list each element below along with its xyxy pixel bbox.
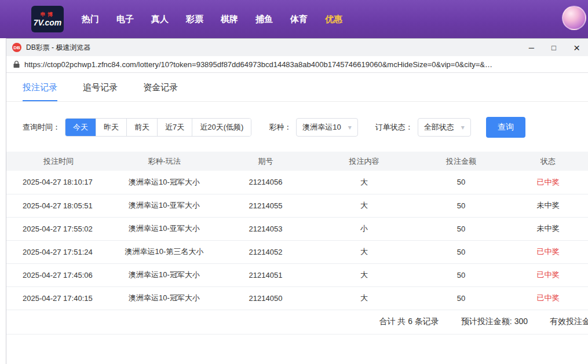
cell-content: 大: [313, 171, 415, 194]
nav-item-lottery[interactable]: 彩票: [177, 8, 212, 31]
window-titlebar: DB DB彩票 - 极速浏览器 ─ □ ×: [6, 38, 588, 56]
cell-time: 2025-04-27 18:10:17: [6, 171, 111, 194]
nav-item-fishing[interactable]: 捕鱼: [247, 8, 282, 31]
cell-time: 2025-04-27 17:45:06: [6, 263, 111, 286]
url-text: https://ctop02pchwp1.zfnc84.com/lottery/…: [24, 60, 492, 69]
lottery-filter-label: 彩种：: [269, 122, 291, 133]
cell-content: 大: [313, 286, 415, 310]
valid-amount: 有效投注金: [550, 317, 588, 327]
table-header-row: 投注时间 彩种-玩法 期号 投注内容 投注金额 状态: [6, 152, 588, 171]
cell-time: 2025-04-27 17:51:24: [6, 240, 111, 263]
nav-item-sports[interactable]: 体育: [282, 8, 316, 31]
nav-item-cards[interactable]: 棋牌: [212, 8, 247, 31]
time-option-yesterday[interactable]: 昨天: [96, 119, 126, 136]
cell-issue: 21214053: [218, 217, 313, 240]
cell-play: 澳洲幸运10-亚军大小: [111, 217, 218, 240]
tab-chase-records[interactable]: 追号记录: [83, 82, 118, 101]
window-controls: ─ □ ×: [529, 42, 580, 53]
time-option-day-before[interactable]: 前天: [126, 119, 157, 136]
time-filter-group: 今天 昨天 前天 近7天 近20天(低频): [65, 118, 251, 137]
cell-time: 2025-04-27 17:40:15: [6, 286, 111, 310]
time-option-20days-lowfreq[interactable]: 近20天(低频): [192, 119, 251, 136]
col-issue: 期号: [218, 152, 313, 171]
nav-item-promo[interactable]: 优惠: [316, 8, 351, 31]
time-filter-label: 查询时间：: [23, 122, 60, 133]
lottery-select-value: 澳洲幸运10: [302, 122, 341, 133]
page-content: 投注记录 追号记录 资金记录 查询时间： 今天 昨天 前天 近7天 近20天(低…: [6, 73, 588, 364]
lottery-select[interactable]: 澳洲幸运10 ▾: [296, 118, 358, 137]
cell-issue: 21214055: [218, 194, 313, 217]
cell-status: 已中奖: [507, 286, 588, 310]
cell-status: 未中奖: [507, 217, 588, 240]
summary-bar: 合计 共 6 条记录 预计投注金额: 300 有效投注金: [6, 310, 588, 334]
col-bet-time: 投注时间: [6, 152, 111, 171]
cell-play: 澳洲幸运10-冠军大小: [111, 171, 218, 194]
record-tabs: 投注记录 追号记录 资金记录: [6, 73, 588, 102]
col-bet-amount: 投注金额: [415, 152, 507, 171]
status-filter-label: 订单状态：: [375, 122, 413, 133]
cell-play: 澳洲幸运10-冠军大小: [111, 263, 218, 286]
cell-status: 已中奖: [507, 240, 588, 263]
cell-play: 澳洲幸运10-第三名大小: [111, 240, 218, 263]
top-navbar: 申博 7V.com 热门 电子 真人 彩票 棋牌 捕鱼 体育 优惠: [0, 0, 588, 38]
cell-issue: 21214052: [218, 240, 313, 263]
time-option-7days[interactable]: 近7天: [157, 119, 192, 136]
table-row: 2025-04-27 17:45:06 澳洲幸运10-冠军大小 21214051…: [6, 263, 588, 286]
cell-amount: 50: [415, 240, 507, 263]
total-count: 合计 共 6 条记录: [379, 317, 439, 327]
cell-content: 大: [313, 263, 415, 286]
nav-item-live[interactable]: 真人: [143, 8, 177, 31]
cell-issue: 21214051: [218, 263, 313, 286]
cell-issue: 21214050: [218, 286, 313, 310]
cell-issue: 21214056: [218, 171, 313, 194]
cell-amount: 50: [415, 286, 507, 310]
table-row: 2025-04-27 17:51:24 澳洲幸运10-第三名大小 2121405…: [6, 240, 588, 263]
nav-item-slots[interactable]: 电子: [108, 8, 143, 31]
cell-content: 大: [313, 194, 415, 217]
minimize-button[interactable]: ─: [529, 44, 534, 52]
cell-status: 已中奖: [507, 263, 588, 286]
cell-status: 已中奖: [507, 171, 588, 194]
cell-play: 澳洲幸运10-亚军大小: [111, 194, 218, 217]
cell-time: 2025-04-27 18:05:51: [6, 194, 111, 217]
brand-logo[interactable]: 申博 7V.com: [31, 6, 64, 32]
cell-content: 大: [313, 240, 415, 263]
table-row: 2025-04-27 17:55:02 澳洲幸运10-亚军大小 21214053…: [6, 217, 588, 240]
bet-records-table: 投注时间 彩种-玩法 期号 投注内容 投注金额 状态 2025-04-27 18…: [6, 152, 588, 310]
cell-amount: 50: [415, 263, 507, 286]
col-status: 状态: [507, 152, 588, 171]
user-avatar[interactable]: [562, 6, 586, 30]
maximize-button[interactable]: □: [552, 44, 556, 52]
main-nav: 热门 电子 真人 彩票 棋牌 捕鱼 体育 优惠: [73, 8, 351, 31]
expected-amount: 预计投注金额: 300: [461, 317, 528, 327]
tab-bet-records[interactable]: 投注记录: [23, 82, 57, 101]
cell-time: 2025-04-27 17:55:02: [6, 217, 111, 240]
order-status-select[interactable]: 全部状态 ▾: [418, 118, 471, 137]
col-lottery-play: 彩种-玩法: [111, 152, 218, 171]
table-row: 2025-04-27 18:05:51 澳洲幸运10-亚军大小 21214055…: [6, 194, 588, 217]
col-bet-content: 投注内容: [313, 152, 415, 171]
cell-status: 未中奖: [507, 194, 588, 217]
nav-item-hot[interactable]: 热门: [73, 8, 108, 31]
table-row: 2025-04-27 18:10:17 澳洲幸运10-冠军大小 21214056…: [6, 171, 588, 194]
order-status-select-value: 全部状态: [424, 122, 454, 133]
chevron-down-icon: ▾: [348, 123, 352, 131]
tab-fund-records[interactable]: 资金记录: [143, 82, 178, 101]
table-row: 2025-04-27 17:40:15 澳洲幸运10-冠军大小 21214050…: [6, 286, 588, 310]
search-button[interactable]: 查询: [486, 117, 525, 138]
window-title: DB彩票 - 极速浏览器: [26, 43, 90, 53]
brand-logo-text-en: 7V.com: [34, 18, 62, 27]
address-bar[interactable]: https://ctop02pchwp1.zfnc84.com/lottery/…: [6, 56, 588, 73]
cell-amount: 50: [415, 217, 507, 240]
cell-play: 澳洲幸运10-冠军大小: [111, 286, 218, 310]
chevron-down-icon: ▾: [461, 123, 465, 131]
brand-logo-text-cn: 申博: [41, 12, 54, 18]
cell-amount: 50: [415, 194, 507, 217]
close-button[interactable]: ×: [574, 42, 580, 53]
browser-window: DB DB彩票 - 极速浏览器 ─ □ × https://ctop02pchw…: [6, 38, 588, 364]
cell-content: 小: [313, 217, 415, 240]
filter-bar: 查询时间： 今天 昨天 前天 近7天 近20天(低频) 彩种： 澳洲幸运10 ▾…: [6, 117, 588, 138]
browser-favicon: DB: [12, 43, 21, 52]
time-option-today[interactable]: 今天: [65, 119, 96, 136]
lock-icon: [13, 60, 20, 68]
